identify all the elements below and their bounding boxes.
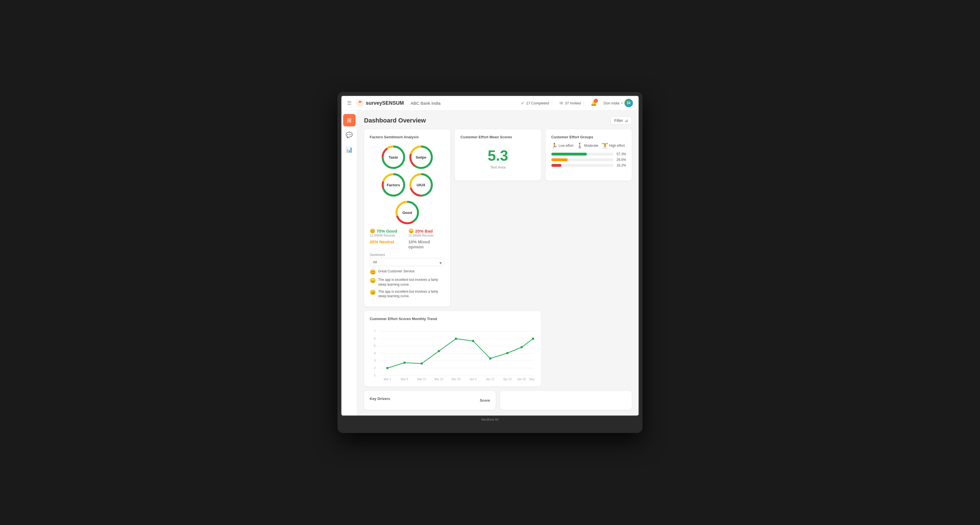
svg-text:7: 7 xyxy=(374,329,375,333)
bar-row-green: 57.3% xyxy=(551,152,626,156)
svg-point-0 xyxy=(356,99,364,107)
invited-label: 37 Invited xyxy=(565,101,581,105)
good-label: Good xyxy=(402,210,412,214)
good-records: 12,34566 Records xyxy=(370,234,406,237)
dot-1 xyxy=(403,362,406,364)
comment-2-text: The app is excellent but involves a fair… xyxy=(378,278,444,287)
user-name: Don India xyxy=(603,101,619,105)
svg-text:Mar 8: Mar 8 xyxy=(401,377,408,381)
page-header: Dashboard Overview Filter ⊿ xyxy=(364,116,632,125)
hamburger-menu[interactable]: ☰ xyxy=(347,100,352,106)
comment-3: 😐 The app is excellent but involves a fa… xyxy=(370,289,444,299)
svg-text:6: 6 xyxy=(374,337,375,340)
taste-label: Taste xyxy=(388,155,398,159)
factors-label: Factors xyxy=(387,182,400,187)
completed-label: 17 Completed xyxy=(526,101,549,105)
comment-1-text: Great Customer Service. xyxy=(378,269,415,274)
effort-legend: 🏃 Low effort 🚶 Moderate 🏋 High effort xyxy=(551,143,626,149)
notification-bell[interactable]: 🔔 1 xyxy=(590,100,597,106)
sentiment-select-group: Sentiment All ▾ xyxy=(370,253,444,269)
mean-score-title: Customer Effort Mean Scores xyxy=(460,135,535,139)
comment-3-emoji: 😐 xyxy=(370,289,376,295)
trend-title: Customer Effort Scores Monthly Trend xyxy=(370,317,536,321)
bar-label-green: 57.3% xyxy=(616,152,626,156)
filter-button[interactable]: Filter ⊿ xyxy=(611,116,632,125)
dot-8 xyxy=(520,346,523,348)
low-effort-icon: 🏃 xyxy=(551,143,557,149)
bar-track-green xyxy=(551,153,614,155)
stat-good: 😊 70% Good 12,34566 Records xyxy=(370,228,406,237)
mixed-pct: 10% Mixed opinion xyxy=(408,240,430,249)
svg-text:Apr 12: Apr 12 xyxy=(486,377,495,381)
svg-text:3: 3 xyxy=(374,359,375,362)
svg-text:Apr 26: Apr 26 xyxy=(517,377,526,381)
svg-text:May 2: May 2 xyxy=(529,377,536,381)
dashboard-grid: Customer Effort Mean Scores 5.3 Text Are… xyxy=(364,129,632,386)
factor-uiux[interactable]: UIUX xyxy=(409,173,434,197)
svg-text:Apr 19: Apr 19 xyxy=(503,377,512,381)
comments-list: 😊 Great Customer Service. 😞 The app is e… xyxy=(370,269,444,299)
key-drivers-title: Key Drivers xyxy=(370,397,390,401)
svg-text:Mar 15: Mar 15 xyxy=(417,377,426,381)
sentiment-title: Factors Semtiment Analysis xyxy=(370,135,444,139)
low-effort-label: Low effort xyxy=(558,144,573,148)
comment-2: 😞 The app is excellent but involves a fa… xyxy=(370,278,444,287)
effort-groups-card: Customer Effort Groups 🏃 Low effort 🚶 Mo… xyxy=(546,129,632,181)
completed-stat: ✓ 17 Completed xyxy=(518,100,552,106)
mean-score-card: Customer Effort Mean Scores 5.3 Text Are… xyxy=(455,129,541,181)
factor-taste[interactable]: Taste xyxy=(381,145,406,170)
bar-row-red: 16.2% xyxy=(551,163,626,167)
svg-text:Apr 5: Apr 5 xyxy=(470,377,477,381)
stat-mixed: 10% Mixed opinion xyxy=(408,240,445,249)
effort-low: 🏃 Low effort xyxy=(551,143,573,149)
dot-2 xyxy=(420,362,423,365)
bar-track-red xyxy=(551,164,614,167)
dot-4 xyxy=(455,338,457,340)
sidebar-item-dashboard[interactable]: ⊞ xyxy=(343,114,356,127)
high-icon: 🏋 xyxy=(602,143,608,149)
high-effort-label: High effort xyxy=(609,144,625,148)
sentiment-select-wrapper: All ▾ xyxy=(370,258,444,269)
svg-text:Mar 1: Mar 1 xyxy=(384,377,391,381)
bar-fill-red xyxy=(551,164,562,167)
filter-icon: ⊿ xyxy=(625,118,628,123)
filter-label: Filter xyxy=(614,118,623,123)
bar-fill-orange xyxy=(551,159,568,161)
mean-score-value: 5.3 xyxy=(488,148,508,163)
score-label: Score xyxy=(480,398,490,403)
effort-moderate: 🚶 Moderate xyxy=(577,143,598,149)
swipe-label: Swipe xyxy=(416,155,426,159)
main-content: Dashboard Overview Filter ⊿ Customer Eff… xyxy=(357,111,638,416)
effort-groups-title: Customer Effort Groups xyxy=(551,135,626,139)
sentiment-select[interactable]: All xyxy=(370,258,444,266)
sidebar: ⊞ 💬 📊 xyxy=(342,111,357,416)
key-drivers-card: Key Drivers Score xyxy=(364,391,496,410)
logo: surveySENSUM xyxy=(356,99,404,107)
bar-row-orange: 26.5% xyxy=(551,158,626,162)
comment-2-emoji: 😞 xyxy=(370,278,376,284)
envelope-icon: ✉ xyxy=(560,100,563,106)
macbook-label: MacBook Air xyxy=(341,416,639,422)
good-emoji: 😊 xyxy=(370,228,375,234)
factor-good[interactable]: Good xyxy=(395,200,420,225)
bad-records: 12,34566 Records xyxy=(408,234,445,237)
logo-text: surveySENSUM xyxy=(366,100,404,106)
factor-factors[interactable]: Factors xyxy=(381,173,406,197)
comment-3-text: The app is excellent but involves a fair… xyxy=(378,289,444,299)
bar-track-orange xyxy=(551,159,614,161)
mean-score-label: Text Area xyxy=(490,165,506,169)
invited-stat: ✉ 37 Invited xyxy=(557,100,584,106)
sentiment-analysis-card: Factors Semtiment Analysis xyxy=(364,129,450,306)
comment-1-emoji: 😊 xyxy=(370,269,376,275)
sidebar-item-messages[interactable]: 💬 xyxy=(343,129,356,141)
user-menu[interactable]: Don India ▾ DI xyxy=(603,99,633,107)
stat-bad: 😞 20% Bad 12,34566 Records xyxy=(408,228,445,237)
trend-chart: 7 6 5 4 3 2 1 xyxy=(370,324,536,381)
sidebar-item-reports[interactable]: 📊 xyxy=(343,143,356,156)
factor-swipe[interactable]: Swipe xyxy=(409,145,434,170)
effort-bars: 57.3% 26.5% xyxy=(551,152,626,167)
sentiment-select-label: Sentiment xyxy=(370,253,444,257)
check-icon: ✓ xyxy=(521,100,525,106)
comment-1: 😊 Great Customer Service. xyxy=(370,269,444,275)
bad-pct: 20% Bad xyxy=(415,228,433,233)
